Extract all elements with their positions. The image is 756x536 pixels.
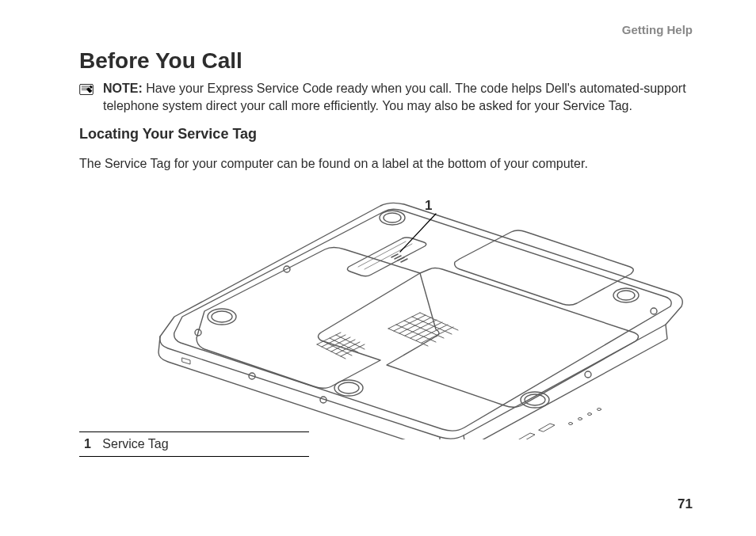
- document-page: Getting Help Before You Call NOTE: Have …: [0, 0, 756, 536]
- note-icon: [79, 82, 94, 93]
- section-subheading: Locating Your Service Tag: [79, 126, 693, 143]
- svg-point-25: [585, 371, 591, 378]
- svg-line-49: [420, 313, 458, 330]
- note-block: NOTE: Have your Express Service Code rea…: [79, 80, 693, 115]
- svg-point-52: [588, 412, 592, 415]
- svg-line-6: [358, 241, 406, 267]
- svg-point-19: [617, 291, 635, 300]
- svg-line-9: [395, 256, 401, 259]
- svg-point-51: [578, 417, 582, 420]
- intro-paragraph: The Service Tag for your computer can be…: [79, 155, 693, 173]
- svg-point-24: [651, 308, 657, 314]
- svg-line-10: [398, 257, 404, 260]
- svg-point-50: [569, 422, 573, 424]
- figure: 1: [79, 178, 697, 439]
- svg-line-5: [464, 435, 466, 439]
- note-body: Have your Express Service Code ready whe…: [103, 82, 686, 112]
- svg-point-13: [212, 311, 232, 322]
- callout-number: 1: [425, 198, 432, 214]
- svg-point-15: [338, 382, 359, 393]
- svg-point-17: [384, 213, 401, 222]
- svg-line-11: [401, 259, 407, 262]
- svg-line-33: [341, 344, 365, 356]
- page-number: 71: [678, 496, 693, 512]
- laptop-bottom-illustration: [79, 178, 697, 439]
- running-header: Getting Help: [622, 23, 693, 36]
- service-tag-label: [347, 238, 426, 276]
- svg-point-53: [598, 408, 601, 410]
- note-label: NOTE:: [103, 82, 143, 95]
- note-text: NOTE: Have your Express Service Code rea…: [103, 80, 693, 115]
- svg-line-54: [400, 214, 436, 252]
- page-title: Before You Call: [79, 48, 693, 74]
